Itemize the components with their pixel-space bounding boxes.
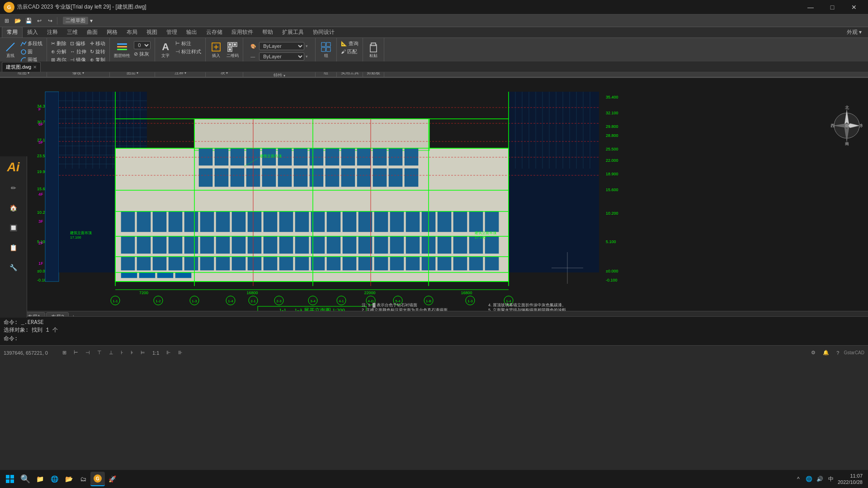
svg-rect-278 xyxy=(10,475,14,479)
tab-output[interactable]: 输出 xyxy=(182,27,202,38)
svg-point-272 xyxy=(845,124,849,127)
tool-stretch[interactable]: ↔ 拉伸 xyxy=(69,48,88,56)
snap-3d-btn[interactable]: ⊥ xyxy=(106,349,116,357)
taskbar-search[interactable]: 🔍 xyxy=(18,472,33,486)
snap-grid-btn[interactable]: ⊞ xyxy=(60,349,69,357)
notification-btn[interactable]: 🔔 xyxy=(820,349,832,357)
settings-btn[interactable]: ⚙ xyxy=(808,349,818,357)
workspace-btn[interactable]: ⊪ xyxy=(175,349,185,357)
insert-icon xyxy=(210,41,222,53)
cad-drawing-svg[interactable]: Y X 34.300 30.700 27.100 23.500 19.900 1… xyxy=(0,78,868,318)
qa-new[interactable]: ⊞ xyxy=(2,16,12,26)
anno-scale-btn[interactable]: ⊩ xyxy=(164,349,174,357)
start-button[interactable] xyxy=(2,471,18,487)
snap-lw-btn[interactable]: ⊧ xyxy=(128,349,136,357)
tool-dim[interactable]: ⊢ 标注 xyxy=(174,40,203,47)
command-input[interactable] xyxy=(19,336,864,342)
tab-insert[interactable]: 插入 xyxy=(23,27,42,38)
tab-apps[interactable]: 应用软件 xyxy=(227,27,258,38)
tab-surface[interactable]: 曲面 xyxy=(82,27,102,38)
svg-rect-152 xyxy=(215,148,228,165)
qa-redo[interactable]: ↪ xyxy=(45,16,55,26)
clock-display[interactable]: 11:07 2022/10/28 xyxy=(838,473,863,486)
snap-osnap-btn[interactable]: ⊤ xyxy=(94,349,104,357)
tab-mesh[interactable]: 网格 xyxy=(102,27,122,38)
snap-dyn-btn[interactable]: ⊦ xyxy=(118,349,126,357)
taskbar-app1[interactable]: 🗂 xyxy=(76,472,90,486)
tool-line[interactable]: 直线 xyxy=(3,40,18,59)
tool-insert-block[interactable]: 插入 xyxy=(208,40,224,59)
tab-cloud[interactable]: 云存储 xyxy=(202,27,227,38)
app-logo[interactable]: G xyxy=(4,2,14,13)
taskbar-browser[interactable]: 🌐 xyxy=(47,472,61,486)
snap-ortho-btn[interactable]: ⊢ xyxy=(71,349,81,357)
ai-tool-1[interactable]: ✏ xyxy=(3,179,24,197)
qa-undo[interactable]: ↩ xyxy=(34,16,44,26)
dropdown-arrow[interactable]: ▾ xyxy=(90,18,93,24)
linetype-select[interactable]: ByLayer xyxy=(259,52,304,61)
tab-3d[interactable]: 三维 xyxy=(62,27,82,38)
tool-hatch[interactable]: ⊘ 抹灰 xyxy=(132,50,152,58)
ai-label[interactable]: Ai xyxy=(7,160,20,174)
taskbar-files[interactable]: 📁 xyxy=(33,472,47,486)
ai-tool-5[interactable]: 🔧 xyxy=(3,258,24,277)
svg-text:1-3: 1-3 xyxy=(467,299,473,303)
tool-match[interactable]: 🖌 匹配 xyxy=(340,48,360,56)
scale-btn[interactable]: 1:1 xyxy=(150,349,162,357)
tab-manage[interactable]: 管理 xyxy=(162,27,182,38)
svg-text:5.100: 5.100 xyxy=(606,239,616,244)
help-btn[interactable]: ? xyxy=(834,349,842,357)
tab-help[interactable]: 帮助 xyxy=(258,27,278,38)
tray-expand[interactable]: ^ xyxy=(794,475,802,483)
taskbar-gstarcad[interactable]: G xyxy=(90,472,105,486)
tool-polyline[interactable]: 多段线 xyxy=(19,40,44,47)
tab-common[interactable]: 常用 xyxy=(2,27,23,38)
layer-dropdown[interactable]: 0 xyxy=(134,41,151,49)
color-select[interactable]: ByLayer xyxy=(259,42,304,50)
qa-open[interactable]: 📂 xyxy=(13,16,23,26)
tool-qrcode[interactable]: 二维码 xyxy=(225,40,240,59)
ai-tool-3[interactable]: 🔲 xyxy=(3,219,24,237)
svg-rect-164 xyxy=(405,148,418,165)
tool-paste[interactable]: 粘贴 xyxy=(366,40,381,59)
qa-save[interactable]: 💾 xyxy=(24,16,33,26)
tab-collab[interactable]: 协同设计 xyxy=(308,27,339,38)
snap-tp-btn[interactable]: ⊨ xyxy=(138,349,148,357)
svg-rect-112 xyxy=(485,236,499,253)
tool-query[interactable]: 📐 查询 xyxy=(340,40,360,47)
tray-volume[interactable]: 🔊 xyxy=(816,475,824,483)
tab-extend[interactable]: 扩展工具 xyxy=(278,27,308,38)
main-canvas-area[interactable]: Ai ✏ 🏠 🔲 📋 🔧 Y X 34.300 xyxy=(0,78,868,318)
tool-explode[interactable]: ⊕ 分解 xyxy=(50,48,68,56)
ai-tool-4[interactable]: 📋 xyxy=(3,239,24,257)
tool-layer-props[interactable]: 图层特性 xyxy=(113,40,132,59)
layer-select[interactable]: 0 xyxy=(132,41,152,50)
tool-group[interactable]: 组 xyxy=(318,40,334,59)
tool-text[interactable]: A 文字 xyxy=(158,40,173,59)
svg-rect-115 xyxy=(153,211,166,232)
tab-annotate[interactable]: 注释 xyxy=(42,27,62,38)
taskbar-rocket[interactable]: 🚀 xyxy=(105,472,119,486)
doc-tab-active[interactable]: 建筑图.dwg ✕ xyxy=(2,62,41,72)
svg-rect-89 xyxy=(121,236,135,253)
tab-view-style[interactable]: 外观 ▾ xyxy=(842,27,866,38)
tool-circle[interactable]: 圆 xyxy=(19,48,44,56)
tool-rotate[interactable]: ↻ 旋转 xyxy=(89,48,107,56)
ribbon-tabs: 常用 插入 注释 三维 曲面 网格 布局 视图 管理 输出 云存储 应用软件 帮… xyxy=(0,27,868,38)
doc-tab-close[interactable]: ✕ xyxy=(33,65,37,70)
minimize-button[interactable]: — xyxy=(800,0,821,14)
tool-offset[interactable]: ⊡ 偏移 xyxy=(69,40,88,47)
maximize-button[interactable]: □ xyxy=(822,0,843,14)
color-row: 🎨 ByLayer ▾ xyxy=(250,42,309,51)
snap-polar-btn[interactable]: ⊣ xyxy=(83,349,93,357)
close-button[interactable]: ✕ xyxy=(844,0,864,14)
tab-view[interactable]: 视图 xyxy=(142,27,162,38)
tray-network[interactable]: 🌐 xyxy=(805,475,813,483)
tab-layout[interactable]: 布局 xyxy=(122,27,142,38)
taskbar-folder[interactable]: 📂 xyxy=(61,472,76,486)
tool-erase[interactable]: ✂ 删除 xyxy=(50,40,68,47)
tool-dim-style[interactable]: ⊣ 标注样式 xyxy=(174,48,203,56)
tool-move[interactable]: ✛ 移动 xyxy=(89,40,107,47)
tray-lang[interactable]: 中 xyxy=(827,475,835,483)
ai-tool-2[interactable]: 🏠 xyxy=(3,199,24,217)
